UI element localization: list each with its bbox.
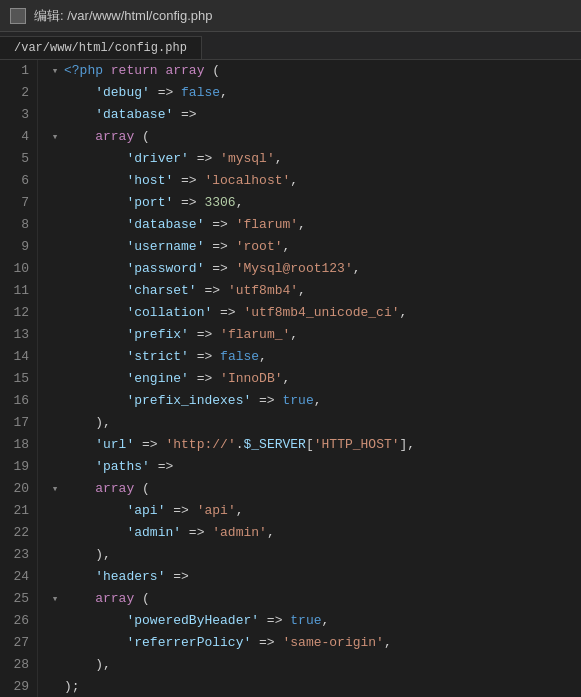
code-line: 'admin' => 'admin', <box>48 522 581 544</box>
token-plain: , <box>298 217 306 232</box>
fold-gutter[interactable]: ▾ <box>48 60 62 82</box>
token-arrow: => <box>197 349 213 364</box>
code-area[interactable]: ▾<?php return array ( 'debug' => false, … <box>38 60 581 697</box>
code-line: 'database' => 'flarum', <box>48 214 581 236</box>
code-line: 'username' => 'root', <box>48 236 581 258</box>
token-plain <box>64 459 95 474</box>
token-str-val: 'api' <box>197 503 236 518</box>
token-key-str: 'host' <box>126 173 173 188</box>
token-plain: , <box>259 349 267 364</box>
code-line: ▾<?php return array ( <box>48 60 581 82</box>
token-plain <box>134 437 142 452</box>
token-plain <box>189 371 197 386</box>
token-plain <box>64 327 126 342</box>
fold-gutter <box>48 654 62 676</box>
fold-gutter[interactable]: ▾ <box>48 478 62 500</box>
token-plain: , <box>275 151 283 166</box>
token-plain <box>64 195 126 210</box>
code-line: 'prefix_indexes' => true, <box>48 390 581 412</box>
token-plain <box>64 261 126 276</box>
code-line: 'password' => 'Mysql@root123', <box>48 258 581 280</box>
token-keyword: array <box>165 63 204 78</box>
line-number: 5 <box>6 148 29 170</box>
file-tab[interactable]: /var/www/html/config.php <box>0 36 202 59</box>
title-text: 编辑: /var/www/html/config.php <box>34 7 212 25</box>
token-plain <box>212 371 220 386</box>
code-content: 'engine' => 'InnoDB', <box>64 368 581 390</box>
code-line: 'poweredByHeader' => true, <box>48 610 581 632</box>
token-arrow: => <box>204 283 220 298</box>
code-line: 'referrerPolicy' => 'same-origin', <box>48 632 581 654</box>
code-content: array ( <box>64 126 581 148</box>
token-plain <box>64 239 126 254</box>
token-bool-val: true <box>282 393 313 408</box>
token-key-str: 'paths' <box>95 459 150 474</box>
code-line: ), <box>48 544 581 566</box>
title-icon <box>10 8 26 24</box>
token-key-str: 'admin' <box>126 525 181 540</box>
code-content: array ( <box>64 478 581 500</box>
token-arrow: => <box>158 85 174 100</box>
token-plain <box>189 327 197 342</box>
token-arrow: => <box>197 327 213 342</box>
token-plain <box>64 371 126 386</box>
token-arrow: => <box>212 261 228 276</box>
token-key-str: 'api' <box>126 503 165 518</box>
line-number: 3 <box>6 104 29 126</box>
token-plain <box>64 635 126 650</box>
token-plain: ), <box>64 415 111 430</box>
fold-gutter <box>48 456 62 478</box>
token-str-val: 'flarum_' <box>220 327 290 342</box>
code-content: 'api' => 'api', <box>64 500 581 522</box>
title-bar: 编辑: /var/www/html/config.php <box>0 0 581 32</box>
line-number: 13 <box>6 324 29 346</box>
token-arrow: => <box>181 195 197 210</box>
token-plain <box>212 349 220 364</box>
code-content: ); <box>64 676 581 697</box>
fold-gutter <box>48 170 62 192</box>
token-plain <box>189 151 197 166</box>
line-number: 21 <box>6 500 29 522</box>
token-plain <box>64 591 95 606</box>
token-str-val: 'localhost' <box>204 173 290 188</box>
code-content: 'url' => 'http://'.$_SERVER['HTTP_HOST']… <box>64 434 581 456</box>
file-tab-bar: /var/www/html/config.php <box>0 32 581 60</box>
token-key-str: 'database' <box>95 107 173 122</box>
line-number: 19 <box>6 456 29 478</box>
token-plain: ); <box>64 679 80 694</box>
token-bool-val: false <box>181 85 220 100</box>
code-content: ), <box>64 654 581 676</box>
token-arrow: => <box>267 613 283 628</box>
code-content: 'host' => 'localhost', <box>64 170 581 192</box>
token-arrow: => <box>212 217 228 232</box>
line-number: 18 <box>6 434 29 456</box>
code-line: 'port' => 3306, <box>48 192 581 214</box>
token-key-str: 'url' <box>95 437 134 452</box>
token-var-color: $_SERVER <box>244 437 306 452</box>
fold-gutter[interactable]: ▾ <box>48 588 62 610</box>
token-plain <box>189 349 197 364</box>
token-arrow: => <box>197 151 213 166</box>
token-plain: , <box>290 327 298 342</box>
fold-gutter <box>48 434 62 456</box>
token-plain <box>212 305 220 320</box>
token-plain: ), <box>64 657 111 672</box>
code-line: 'engine' => 'InnoDB', <box>48 368 581 390</box>
token-key-str: 'charset' <box>126 283 196 298</box>
fold-gutter <box>48 192 62 214</box>
token-plain <box>64 525 126 540</box>
code-content: 'prefix_indexes' => true, <box>64 390 581 412</box>
token-key-str: 'collation' <box>126 305 212 320</box>
code-content: 'headers' => <box>64 566 581 588</box>
token-plain <box>181 525 189 540</box>
token-key-str: 'username' <box>126 239 204 254</box>
code-line: 'prefix' => 'flarum_', <box>48 324 581 346</box>
code-content: 'strict' => false, <box>64 346 581 368</box>
fold-gutter[interactable]: ▾ <box>48 126 62 148</box>
token-key-str: 'database' <box>126 217 204 232</box>
token-plain <box>173 195 181 210</box>
editor-area: 1234567891011121314151617181920212223242… <box>0 60 581 697</box>
line-number: 27 <box>6 632 29 654</box>
code-content: 'collation' => 'utf8mb4_unicode_ci', <box>64 302 581 324</box>
token-plain: ( <box>204 63 220 78</box>
